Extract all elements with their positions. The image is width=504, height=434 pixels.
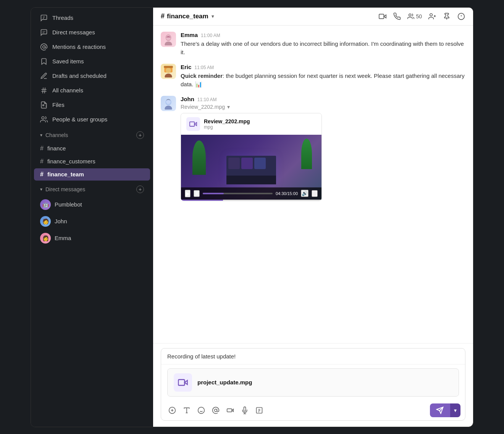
dm-label-pumblebot: Pumblebot — [55, 201, 82, 208]
channels-section-header[interactable]: ▾ Channels + — [34, 128, 150, 142]
video-progress-bar[interactable] — [203, 193, 273, 194]
svg-point-23 — [166, 68, 171, 73]
dm-item-john[interactable]: 🧑 John — [34, 213, 150, 229]
add-member-icon[interactable] — [428, 12, 436, 21]
author-eric: Eric — [181, 64, 191, 70]
svg-rect-30 — [190, 122, 195, 126]
add-attachment-btn[interactable] — [166, 404, 179, 417]
video-time: 04:30/15:00 — [276, 191, 298, 196]
svg-line-6 — [45, 87, 45, 93]
compose-file-preview: project_update.mpg — [167, 368, 459, 397]
message-content-eric: Eric 11:05 AM Quick reminder: the budget… — [181, 64, 465, 89]
channel-name[interactable]: # finance_team ▾ — [161, 12, 214, 20]
sidebar-item-all-channels[interactable]: All channels — [34, 84, 150, 97]
channel-item-finance[interactable]: # finance — [34, 142, 150, 155]
video-thumbnail[interactable]: ▶ ⏸ 04:30/15:00 🔊 ⛶ — [181, 135, 321, 200]
saved-items-label: Saved items — [52, 58, 84, 65]
screen-widget-3 — [254, 158, 266, 169]
mention-btn[interactable] — [209, 404, 222, 417]
video-card-icon — [186, 117, 200, 131]
dm-item-emma[interactable]: 👩 Emma — [34, 230, 150, 246]
avatar-emma: 👩 — [40, 233, 51, 244]
svg-point-21 — [166, 35, 171, 40]
pause-btn[interactable]: ⏸ — [194, 190, 200, 197]
emoji-btn[interactable] — [195, 404, 208, 417]
file-collapsed-chevron: ▾ — [227, 104, 230, 110]
sidebar-item-threads[interactable]: Threads — [34, 11, 150, 25]
write-btn[interactable] — [253, 404, 266, 417]
video-card-info: Review_2202.mpg mpg — [204, 118, 250, 130]
play-pause-btn[interactable]: ▶ — [185, 190, 191, 197]
channels-section-label: Channels — [45, 132, 68, 138]
svg-marker-9 — [384, 15, 386, 18]
sidebar: Threads Direct messages Mentions & react… — [31, 8, 153, 427]
add-dm-icon[interactable]: + — [136, 186, 144, 193]
compose-video-icon — [174, 373, 192, 392]
video-btn[interactable] — [224, 404, 237, 417]
phone-icon[interactable] — [393, 12, 401, 21]
sidebar-item-saved-items[interactable]: Saved items — [34, 55, 150, 68]
dm-icon — [40, 29, 48, 36]
drafts-label: Drafts and scheduled — [52, 73, 107, 79]
avatar-pumblebot: 🤖 — [40, 199, 51, 210]
chevron-down-icon: ▾ — [212, 14, 214, 19]
plant-decoration-right — [301, 139, 312, 169]
avatar-john-msg — [161, 96, 176, 111]
threads-icon — [40, 14, 48, 22]
video-call-icon[interactable] — [378, 12, 387, 21]
channels-section-left: ▾ Channels — [40, 132, 68, 138]
channel-item-finance-customers[interactable]: # finance_customers — [34, 155, 150, 168]
compose-toolbar: ▾ — [161, 400, 465, 420]
channel-item-finance-team[interactable]: # finance_team — [34, 168, 150, 181]
bookmark-icon — [40, 58, 48, 65]
svg-point-7 — [43, 105, 44, 106]
message-row-john: John 11:10 AM Review_2202.mpg ▾ — [161, 96, 465, 201]
svg-point-25 — [165, 73, 172, 77]
hash-icon-finance-customers: # — [40, 158, 44, 165]
sidebar-item-direct-messages[interactable]: Direct messages — [34, 26, 150, 39]
file-collapsed-name: Review_2202.mpg — [181, 104, 225, 110]
compose-preview-text[interactable]: Recording of latest update! — [161, 348, 465, 365]
threads-label: Threads — [52, 15, 73, 21]
message-text-eric: Quick reminder: the budget planning sess… — [181, 72, 465, 89]
fullscreen-btn[interactable]: ⛶ — [312, 190, 318, 197]
add-channel-icon[interactable]: + — [136, 131, 144, 139]
draft-icon — [40, 72, 48, 80]
sidebar-item-mentions-reactions[interactable]: Mentions & reactions — [34, 40, 150, 54]
sidebar-item-files[interactable]: Files — [34, 98, 150, 112]
message-bold-eric: Quick reminder — [181, 73, 223, 79]
avatar-emma-msg — [161, 32, 176, 47]
svg-point-41 — [215, 409, 217, 411]
time-john: 11:10 AM — [197, 97, 217, 102]
send-dropdown-btn[interactable]: ▾ — [450, 403, 460, 417]
sidebar-item-drafts-scheduled[interactable]: Drafts and scheduled — [34, 69, 150, 83]
hash-icon-finance: # — [40, 145, 44, 152]
svg-rect-42 — [227, 408, 232, 411]
file-collapsed-review[interactable]: Review_2202.mpg ▾ — [181, 104, 465, 110]
all-channels-label: All channels — [52, 87, 83, 94]
dm-section-label: Direct messages — [45, 186, 85, 192]
header-actions: 50 — [378, 12, 465, 21]
svg-point-38 — [198, 407, 205, 413]
message-row-emma: Emma 11:00 AM There's a delay with one o… — [161, 32, 465, 57]
audio-btn[interactable] — [238, 404, 251, 417]
channel-header: # finance_team ▾ — [153, 8, 473, 26]
channel-label-finance-team: finance_team — [47, 171, 84, 177]
dm-item-pumblebot[interactable]: 🤖 Pumblebot — [34, 197, 150, 213]
dm-label: Direct messages — [52, 29, 95, 35]
info-icon[interactable] — [457, 12, 465, 21]
dm-section-header[interactable]: ▾ Direct messages + — [34, 182, 150, 196]
text-format-btn[interactable] — [180, 404, 193, 417]
send-button[interactable] — [430, 403, 450, 417]
hash-icon-finance-team: # — [40, 171, 44, 178]
pin-icon[interactable] — [443, 12, 451, 21]
sidebar-item-people-user-groups[interactable]: People & user groups — [34, 113, 150, 126]
hash-nav-icon — [40, 87, 48, 94]
channels-collapse-icon: ▾ — [40, 132, 42, 138]
laptop-screen — [226, 156, 276, 176]
compose-file-name: project_update.mpg — [197, 379, 252, 386]
messages-area: Emma 11:00 AM There's a delay with one o… — [153, 26, 473, 343]
members-badge[interactable]: 50 — [407, 13, 422, 20]
svg-point-20 — [165, 41, 172, 45]
volume-btn[interactable]: 🔊 — [301, 190, 309, 197]
